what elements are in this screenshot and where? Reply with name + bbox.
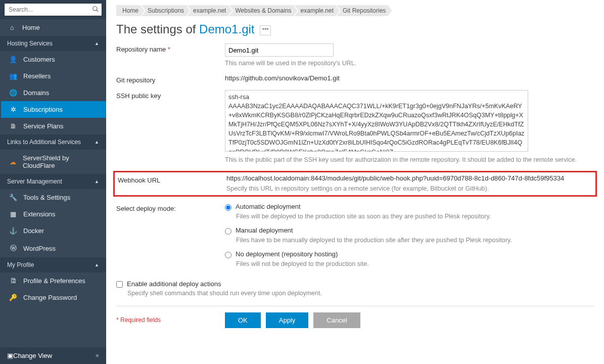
caret-up-icon: ▲	[95, 41, 99, 46]
deploy-auto-label: Automatic deployment	[236, 203, 301, 210]
breadcrumb-item[interactable]: example.net	[187, 5, 232, 16]
main-content: Home Subscriptions example.net Websites …	[106, 0, 604, 364]
search-box	[0, 0, 106, 19]
ssh-label: SSH public key	[116, 90, 225, 165]
breadcrumb-item[interactable]: Websites & Domains	[229, 5, 297, 16]
nav-label: Extensions	[23, 210, 56, 218]
enable-actions-hint: Specify shell commands that should run e…	[127, 290, 594, 297]
webhook-label: Webhook URL	[118, 174, 226, 194]
nav-extensions[interactable]: ▦Extensions	[1, 206, 106, 222]
deploy-auto-radio[interactable]	[225, 204, 231, 211]
nav-profile-prefs[interactable]: 🖺Profile & Preferences	[1, 272, 106, 289]
more-button[interactable]: •••	[260, 25, 271, 35]
wrench-icon: 🔧	[8, 194, 18, 201]
breadcrumb-item[interactable]: Subscriptions	[142, 5, 190, 16]
window-icon: ▣	[7, 352, 13, 359]
git-repo-label: Git repository	[116, 74, 225, 84]
section-my-profile[interactable]: My Profile▲	[0, 257, 106, 272]
section-hosting-services[interactable]: Hosting Services▲	[0, 36, 106, 51]
nav-label: Customers	[23, 56, 55, 63]
page-title: The settings of Demo1.git •••	[116, 22, 594, 36]
svg-point-0	[93, 7, 97, 11]
gear-icon: ✲	[8, 106, 18, 113]
deploy-none-radio[interactable]	[225, 252, 231, 258]
caret-up-icon: ▲	[95, 179, 99, 184]
nav-service-plans[interactable]: 🗎Service Plans	[1, 118, 106, 134]
deploy-manual-hint: Files have to be manually deployed to th…	[236, 236, 579, 245]
enable-actions-checkbox[interactable]	[116, 281, 123, 288]
ssh-key-textarea[interactable]: ssh-rsa AAAAB3NzaC1yc2EAAAADAQABAAACAQC3…	[225, 90, 528, 152]
required-note: * Required fields	[116, 316, 225, 324]
nav-label: WordPress	[23, 245, 56, 252]
home-icon: ⌂	[7, 24, 17, 31]
cloud-icon: ☁	[8, 158, 18, 166]
apply-button[interactable]: Apply	[266, 312, 309, 328]
repo-name-hint: This name will be used in the repository…	[225, 59, 579, 68]
deploy-none-hint: Files will not be deployed to the produc…	[236, 259, 579, 269]
globe-icon: 🌐	[8, 89, 18, 97]
close-icon[interactable]: ×	[95, 352, 99, 359]
webhook-url: https://localhost.localdomain:8443/modul…	[226, 174, 580, 182]
deploy-manual-label: Manual deployment	[236, 226, 293, 234]
repo-link[interactable]: Demo1.git	[199, 22, 254, 36]
grid-icon: ▦	[8, 210, 18, 218]
nav-change-password[interactable]: 🔑Change Password	[1, 289, 106, 306]
nav-label: Tools & Settings	[23, 194, 70, 201]
breadcrumb: Home Subscriptions example.net Websites …	[116, 2, 594, 20]
nav-subscriptions[interactable]: ✲Subscriptions	[1, 101, 106, 118]
breadcrumb-item[interactable]: Git Repositories	[337, 5, 392, 16]
repo-name-label: Repository name *	[116, 43, 225, 68]
section-label: Hosting Services	[7, 40, 53, 47]
repo-name-input[interactable]	[225, 43, 334, 57]
nav-label: Change Password	[23, 294, 77, 301]
sidebar: ⌂Home Hosting Services▲ 👤Customers 👥Rese…	[0, 0, 106, 364]
nav-customers[interactable]: 👤Customers	[1, 51, 106, 68]
person-icon: 👤	[8, 56, 18, 63]
nav-label: Change View	[13, 352, 52, 359]
section-links-additional[interactable]: Links to Additional Services▲	[0, 134, 106, 150]
nav-label: Subscriptions	[23, 106, 63, 113]
card-icon: 🖺	[8, 277, 18, 285]
clipboard-icon: 🗎	[8, 122, 18, 130]
nav-label: Service Plans	[23, 122, 63, 130]
search-icon[interactable]	[92, 6, 99, 14]
deploy-auto-hint: Files will be deployed to the production…	[236, 212, 579, 221]
caret-up-icon: ▲	[95, 140, 99, 145]
git-repo-value: https://github.com/snovikova/Demo1.git	[225, 74, 579, 84]
caret-up-icon: ▲	[95, 262, 99, 267]
svg-line-1	[97, 10, 99, 12]
nav-wordpress[interactable]: ⓦWordPress	[1, 239, 106, 257]
nav-label: ServerShield by CloudFlare	[23, 154, 99, 169]
docker-icon: ⚓	[8, 227, 18, 235]
section-server-management[interactable]: Server Management▲	[0, 174, 106, 189]
webhook-hint: Specify this URL in repository settings …	[226, 184, 580, 194]
cancel-button[interactable]: Cancel	[313, 312, 360, 328]
nav-domains[interactable]: 🌐Domains	[1, 84, 106, 101]
nav-servershield[interactable]: ☁ServerShield by CloudFlare	[1, 150, 106, 174]
enable-actions-label: Enable additional deploy actions	[127, 280, 221, 288]
nav-label: Domains	[23, 89, 49, 97]
deploy-mode-label: Select deploy mode:	[116, 203, 225, 274]
section-label: Server Management	[7, 178, 62, 185]
deploy-none-label: No deployment (repository hosting)	[236, 250, 338, 258]
webhook-highlight: Webhook URL https://localhost.localdomai…	[113, 171, 597, 197]
nav-docker[interactable]: ⚓Docker	[1, 222, 106, 239]
nav-label: Resellers	[23, 72, 51, 80]
section-label: Links to Additional Services	[7, 139, 81, 146]
deploy-manual-radio[interactable]	[225, 228, 231, 235]
nav-home[interactable]: ⌂Home	[0, 19, 106, 36]
breadcrumb-item[interactable]: Home	[116, 5, 145, 16]
nav-label: Profile & Preferences	[23, 277, 85, 285]
section-label: My Profile	[7, 261, 34, 268]
nav-label: Docker	[23, 227, 44, 235]
ok-button[interactable]: OK	[225, 312, 261, 328]
nav-tools-settings[interactable]: 🔧Tools & Settings	[1, 189, 106, 206]
breadcrumb-item[interactable]: example.net	[295, 5, 340, 16]
nav-change-view[interactable]: ▣Change View×	[0, 347, 106, 364]
key-icon: 🔑	[8, 294, 18, 301]
nav-home-label: Home	[22, 24, 40, 31]
search-input[interactable]	[4, 3, 102, 16]
nav-resellers[interactable]: 👥Resellers	[1, 68, 106, 84]
people-icon: 👥	[8, 72, 18, 80]
ssh-hint: This is the public part of the SSH key u…	[225, 155, 579, 165]
